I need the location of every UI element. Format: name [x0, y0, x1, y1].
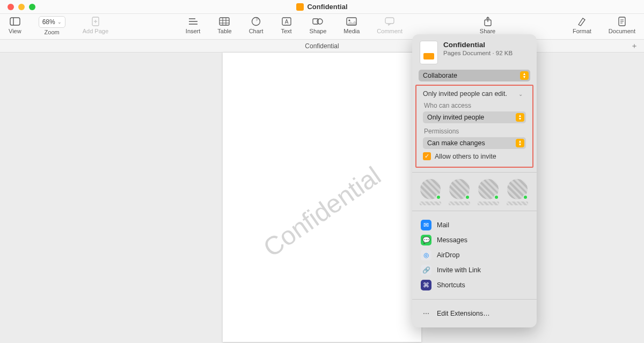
svg-rect-0	[10, 18, 20, 25]
window-title: Confidential	[0, 3, 644, 11]
contact-name-blur	[507, 202, 528, 205]
document-canvas[interactable]: Confidential	[0, 53, 644, 343]
sidebar-icon	[9, 16, 21, 27]
shape-button[interactable]: Shape	[306, 16, 330, 34]
divider	[412, 211, 537, 211]
avatar	[507, 179, 528, 199]
share-doc-title: Confidential	[443, 41, 513, 49]
toolbar: View 68% ⌄ Zoom Add Page Insert	[0, 14, 644, 40]
comment-icon	[384, 16, 396, 27]
edit-extensions[interactable]: ⋯ Edit Extensions…	[416, 306, 532, 321]
zoom-value-field[interactable]: 68% ⌄	[39, 16, 65, 28]
share-airdrop[interactable]: ◎ AirDrop	[416, 248, 532, 263]
titlebar: Confidential	[0, 0, 644, 14]
contact-item[interactable]	[420, 179, 441, 205]
shortcuts-icon: ⌘	[421, 280, 431, 290]
chart-button[interactable]: Chart	[246, 16, 267, 34]
media-button[interactable]: Media	[340, 16, 363, 34]
avatar	[420, 179, 441, 199]
format-button[interactable]: Format	[569, 16, 595, 34]
link-icon: 🔗	[421, 265, 431, 275]
mail-icon: ✉	[421, 220, 431, 230]
document-button[interactable]: Document	[605, 16, 639, 34]
share-summary-row[interactable]: Only invited people can edit. ⌄	[423, 90, 526, 98]
allow-others-row[interactable]: ✓ Allow others to invite	[423, 152, 526, 160]
stepper-icon: ▲▼	[516, 139, 524, 147]
document-page[interactable]: Confidential	[223, 53, 421, 342]
view-button[interactable]: View	[5, 16, 25, 35]
contact-item[interactable]	[478, 179, 499, 205]
messages-icon: 💬	[421, 235, 431, 245]
contact-item[interactable]	[507, 179, 528, 205]
share-messages[interactable]: 💬 Messages	[416, 233, 532, 248]
permissions-label: Permissions	[424, 128, 525, 135]
share-icon	[482, 16, 494, 27]
chart-icon	[250, 16, 262, 27]
share-settings-highlight: Only invited people can edit. ⌄ Who can …	[415, 85, 533, 168]
table-button[interactable]: Table	[214, 16, 235, 34]
checkbox-checked-icon[interactable]: ✓	[423, 152, 431, 160]
comment-button[interactable]: Comment	[374, 16, 406, 34]
permissions-select[interactable]: Can make changes ▲▼	[423, 137, 526, 149]
insert-icon	[187, 16, 199, 27]
share-shortcuts[interactable]: ⌘ Shortcuts	[416, 278, 532, 293]
chevron-down-icon: ⌄	[518, 91, 523, 97]
document-icon	[616, 16, 628, 27]
airdrop-icon: ◎	[421, 250, 431, 260]
pages-document-icon	[420, 41, 438, 64]
contact-name-blur	[420, 202, 441, 205]
document-tabstrip: Confidential ＋	[0, 40, 644, 53]
stepper-icon: ▲▼	[520, 71, 529, 80]
divider	[412, 299, 537, 300]
contact-name-blur	[449, 202, 470, 205]
extension-icon: ⋯	[421, 308, 431, 319]
share-button[interactable]: Share	[477, 16, 499, 34]
access-label: Who can access	[424, 102, 525, 109]
avatar	[478, 179, 499, 199]
add-page-button[interactable]: Add Page	[79, 16, 112, 35]
share-mode-select[interactable]: Collaborate ▲▼	[419, 70, 530, 81]
text-button[interactable]: A Text	[277, 16, 296, 34]
svg-rect-20	[385, 18, 394, 24]
avatar	[449, 179, 470, 199]
share-doc-meta: Pages Document · 92 KB	[443, 50, 513, 56]
share-option-list: ✉ Mail 💬 Messages ◎ AirDrop 🔗 Invite wit…	[412, 215, 537, 295]
document-icon	[296, 3, 304, 11]
watermark-text: Confidential	[258, 161, 386, 263]
svg-point-19	[349, 19, 350, 21]
share-popover: Confidential Pages Document · 92 KB Coll…	[412, 34, 537, 327]
window-title-text: Confidential	[307, 3, 347, 11]
svg-rect-8	[219, 18, 229, 25]
new-tab-button[interactable]: ＋	[629, 41, 640, 51]
format-icon	[576, 16, 588, 27]
access-select[interactable]: Only invited people ▲▼	[423, 111, 526, 123]
stepper-icon: ▲▼	[516, 113, 524, 122]
document-tab[interactable]: Confidential	[305, 42, 339, 50]
share-invite-link[interactable]: 🔗 Invite with Link	[416, 263, 532, 278]
insert-button[interactable]: Insert	[182, 16, 204, 34]
divider	[412, 172, 537, 173]
svg-text:A: A	[284, 19, 288, 25]
text-icon: A	[281, 16, 292, 27]
share-mail[interactable]: ✉ Mail	[416, 218, 532, 233]
shape-icon	[312, 16, 324, 27]
add-page-icon	[90, 16, 101, 27]
contact-name-blur	[478, 202, 499, 205]
suggested-contacts	[412, 177, 537, 206]
zoom-control[interactable]: 68% ⌄ Zoom	[35, 16, 69, 35]
chevron-down-icon: ⌄	[57, 19, 62, 25]
table-icon	[218, 16, 230, 27]
contact-item[interactable]	[449, 179, 470, 205]
media-icon	[346, 16, 357, 27]
